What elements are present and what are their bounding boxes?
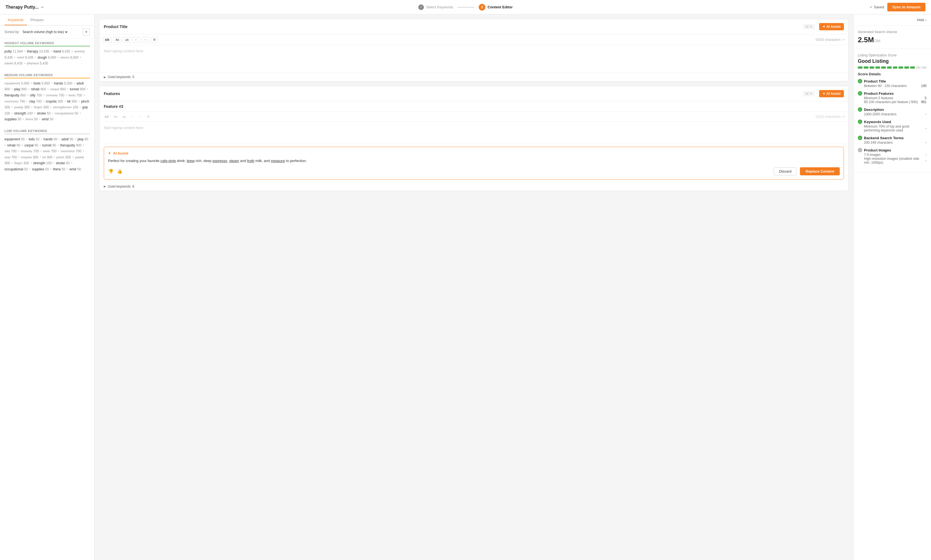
- feature-3-textarea[interactable]: Start typing content here: [99, 122, 848, 144]
- feature-3-section: Feature #3 AB Ab ab ← → ⧉ 0/200 characte…: [99, 102, 848, 191]
- score-segment-11: [922, 66, 926, 69]
- medium-volume-keywords: equipment 5,000 • tools 5,000 • hands 5,…: [5, 81, 90, 123]
- feature-edit-icon[interactable]: ✏: [842, 115, 845, 118]
- score-bar: [858, 66, 926, 69]
- score-item-val-product-images-0: -: [925, 153, 926, 157]
- ai-spark-icon: ✦: [108, 151, 111, 155]
- listing-score-title: Listing Optimization Score: [858, 53, 926, 57]
- score-item-desc-product-images-1: High resolution images (smallest side mi…: [864, 157, 925, 165]
- score-item-desc-keywords-used-0: Minimum 70% of top and good performing k…: [864, 125, 925, 132]
- product-title-header: Product Title BETA ✦ AI Assist: [99, 19, 848, 34]
- used-keywords-row[interactable]: ▶ Used keywords: 0: [99, 73, 848, 81]
- score-item-desc-product-images-0: 7-9 Images: [864, 153, 881, 157]
- score-details-list: ✓Product TitleBetween 80 - 150 character…: [858, 79, 926, 165]
- score-item-keywords-used: ✓Keywords UsedMinimum 70% of top and goo…: [858, 120, 926, 132]
- step-content-editor: 2 Content Editor: [479, 4, 513, 11]
- feature-copy-button[interactable]: ⧉: [145, 114, 151, 119]
- low-volume-keywords: equipment 50 • kids 50 • hands 50 • adul…: [5, 137, 90, 172]
- tab-keywords[interactable]: Keywords: [5, 14, 27, 25]
- check-circle-product-images: ~: [858, 148, 862, 152]
- page-title: Therapy Putty...: [6, 5, 39, 10]
- topbar: Therapy Putty... ✏ ✓ Select Keywords 2 C…: [0, 0, 931, 14]
- replace-content-button[interactable]: Replace Content: [800, 167, 840, 175]
- thumbs-down-button[interactable]: 👎: [108, 169, 114, 174]
- score-item-row-keywords-used-0: Minimum 70% of top and good performing k…: [858, 125, 926, 132]
- score-item-desc-backend-search-terms-0: 200-249 characters: [864, 141, 892, 145]
- score-item-val-description-0: -: [925, 112, 926, 116]
- main-layout: Keywords Phrases Sorted by: Search volum…: [0, 14, 931, 560]
- bold-button[interactable]: AB: [103, 37, 111, 43]
- add-keyword-button[interactable]: +: [83, 28, 90, 35]
- feature-bold-button[interactable]: AB: [103, 114, 110, 119]
- ai-suggest-actions: 👎 👍 Discard Replace Content: [108, 167, 840, 175]
- score-segment-5: [887, 66, 892, 69]
- score-item-product-images: ~Product Images7-9 Images-High resolutio…: [858, 148, 926, 165]
- check-circle-backend-search-terms: ✓: [858, 135, 862, 140]
- score-item-row-description-0: 1000-2000 characters-: [858, 112, 926, 116]
- tab-phrases[interactable]: Phrases: [27, 14, 47, 25]
- edit-title-icon[interactable]: ✏: [41, 5, 44, 9]
- product-title-textarea[interactable]: Start typing content here: [99, 45, 848, 73]
- topbar-right: ✓ Saved Sync to Amazon: [869, 3, 925, 11]
- search-volume-number: 2.5M: [858, 35, 874, 44]
- score-item-header-product-features: ✓Product Features: [858, 91, 926, 95]
- tabs-row: Keywords Phrases: [0, 14, 94, 26]
- score-item-row-product-features-0: Minimum 5 features5: [858, 96, 926, 100]
- feature-lower-button[interactable]: ab: [121, 114, 127, 119]
- score-item-desc-product-title-0: Between 80 - 150 characters: [864, 84, 906, 88]
- feature-3-toolbar: AB Ab ab ← → ⧉ 0/200 characters ✏: [99, 111, 848, 122]
- score-item-val-product-features-0: 5: [925, 96, 926, 100]
- expand-icon: ▶: [104, 75, 106, 78]
- ai-suggest-text: Perfect for creating your favorite cafe-…: [108, 158, 840, 164]
- score-segment-7: [899, 66, 903, 69]
- ai-assist-button[interactable]: ✦ AI Assist: [819, 23, 844, 30]
- discard-button[interactable]: Discard: [774, 167, 797, 175]
- score-item-product-title: ✓Product TitleBetween 80 - 150 character…: [858, 79, 926, 88]
- score-item-row-product-title-0: Between 80 - 150 characters190: [858, 84, 926, 88]
- copy-button[interactable]: ⧉: [151, 37, 158, 43]
- edit-content-icon[interactable]: ✏: [842, 38, 845, 42]
- features-sparkle-icon: ✦: [823, 92, 825, 95]
- feature-used-keywords[interactable]: ▶ Used keywords: 8: [99, 182, 848, 191]
- feature-redo-button[interactable]: →: [137, 114, 144, 119]
- score-segment-9: [910, 66, 915, 69]
- product-title-actions: BETA ✦ AI Assist: [803, 23, 844, 30]
- lowercase-button[interactable]: ab: [123, 37, 131, 43]
- score-segment-2: [869, 66, 874, 69]
- feature-title-button[interactable]: Ab: [112, 114, 119, 119]
- score-segment-0: [858, 66, 863, 69]
- stepper: ✓ Select Keywords 2 Content Editor: [418, 4, 513, 11]
- title-case-button[interactable]: Ab: [113, 37, 121, 43]
- feature-expand-icon: ▶: [104, 185, 106, 188]
- ai-suggest-header: ✦ AI Assist: [108, 151, 840, 155]
- score-item-row-backend-search-terms-0: 200-249 characters-: [858, 141, 926, 145]
- feature-undo-button[interactable]: ←: [130, 114, 136, 119]
- score-item-row-product-images-0: 7-9 Images-: [858, 153, 926, 157]
- score-item-header-product-title: ✓Product Title: [858, 79, 926, 83]
- score-item-row-product-images-1: High resolution images (smallest side mi…: [858, 157, 926, 165]
- listing-score-label: Good Listing: [858, 58, 926, 64]
- score-item-title-product-title: Product Title: [864, 79, 886, 83]
- features-ai-assist-button[interactable]: ✦ AI Assist: [819, 90, 844, 97]
- score-details-title: Score Details: [858, 72, 926, 76]
- hide-button[interactable]: Hide ›: [917, 18, 926, 22]
- sort-select[interactable]: Search volume (high to low): [22, 30, 68, 34]
- ai-suggest-label: AI Assist: [113, 151, 128, 155]
- sort-row: Sorted by: Search volume (high to low) +: [0, 26, 94, 38]
- score-item-title-description: Description: [864, 108, 884, 112]
- check-circle-product-title: ✓: [858, 79, 862, 83]
- score-item-description: ✓Description1000-2000 characters-: [858, 107, 926, 116]
- feature-3-title: Feature #3: [104, 104, 123, 109]
- product-title-card: Product Title BETA ✦ AI Assist AB Ab ab …: [99, 19, 849, 82]
- undo-button[interactable]: ←: [133, 37, 140, 43]
- score-item-row-product-features-1: 85-100 characters per feature (-500)961: [858, 100, 926, 104]
- score-item-backend-search-terms: ✓Backend Search Terms200-249 characters-: [858, 135, 926, 145]
- redo-button[interactable]: →: [142, 37, 150, 43]
- kw-putty: putty: [5, 49, 12, 53]
- thumbs-up-button[interactable]: 👍: [117, 169, 122, 174]
- ai-suggestion-box: ✦ AI Assist Perfect for creating your fa…: [104, 147, 844, 180]
- sync-to-amazon-button[interactable]: Sync to Amazon: [887, 3, 925, 11]
- listing-score-section: Listing Optimization Score Good Listing …: [853, 49, 931, 172]
- low-volume-title: LOW VOLUME KEYWORDS: [5, 129, 90, 134]
- high-volume-section: HIGHEST VOLUME KEYWORDS putty 11,564 • t…: [0, 38, 94, 68]
